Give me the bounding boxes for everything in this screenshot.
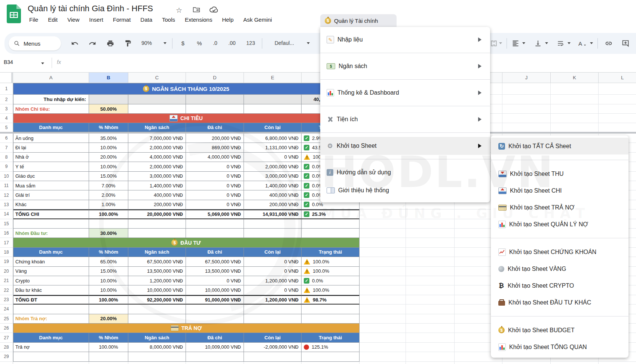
grid-cell-L5[interactable] (599, 123, 636, 132)
sheet-init-menu-item[interactable]: Khởi tạo Sheet ĐẦU TƯ KHÁC (491, 294, 629, 311)
grid-cell-G27[interactable] (360, 333, 406, 342)
document-title[interactable]: Quản lý tài chính Gia Đình - HFFS (28, 4, 153, 13)
grid-cell-H20[interactable] (406, 267, 455, 276)
row-header-8[interactable]: 8 (0, 153, 13, 162)
grid-cell-H23[interactable] (406, 295, 455, 305)
undo-button[interactable] (70, 39, 79, 48)
row-header-25[interactable]: 25 (0, 314, 13, 324)
row-header-26[interactable]: 26 (0, 324, 13, 333)
grid-cell-E23[interactable]: 1,200,000 VNĐ (244, 295, 302, 305)
grid-cell-E14[interactable]: 14,931,000 VNĐ (244, 209, 302, 219)
grid-cell-B30[interactable] (89, 362, 128, 364)
grid-cell-D19[interactable]: 67,500,000 VNĐ (186, 257, 244, 266)
text-wrap-caret-icon[interactable] (568, 42, 571, 44)
grid-cell-B28[interactable]: 100.00% (89, 343, 128, 352)
menus-search[interactable]: Menus (9, 36, 61, 51)
grid-cell-C6[interactable]: 7,000,000 VNĐ (128, 134, 186, 143)
grid-cell-D20[interactable]: 13,500,000 VNĐ (186, 267, 244, 276)
menubar-item[interactable]: Insert (89, 16, 103, 23)
grid-cell-E24[interactable] (244, 305, 302, 314)
grid-cell-C15[interactable] (128, 219, 186, 229)
grid-cell-B23[interactable]: 100.00% (89, 295, 128, 305)
grid-cell-A24[interactable] (13, 305, 89, 314)
grid-cell-E28[interactable]: -2,009,000 VNĐ (244, 343, 302, 352)
row-header-2[interactable]: 2 (0, 95, 13, 104)
grid-cell-A12[interactable]: Giải trí (13, 190, 89, 200)
grid-cell-F14[interactable]: ✓25.3% (302, 209, 360, 219)
grid-cell-D3[interactable] (186, 104, 244, 114)
grid-cell-B2[interactable] (89, 95, 128, 104)
row-header-30[interactable]: 30 (0, 362, 13, 364)
grid-cell-J30[interactable] (502, 362, 551, 364)
grid-cell-D21[interactable]: 0 VNĐ (186, 276, 244, 285)
grid-cell-F19[interactable]: !100.0% (302, 257, 360, 266)
text-rotation-caret-icon[interactable] (590, 42, 593, 44)
vertical-align-caret-icon[interactable] (545, 42, 548, 44)
vertical-align-button[interactable] (533, 39, 542, 48)
row-header-6[interactable]: 6 (0, 134, 13, 143)
grid-cell-H26[interactable] (406, 324, 455, 333)
grid-cell-A2[interactable]: Thu nhập dự kiến: (13, 95, 89, 104)
column-header-L[interactable]: L (599, 72, 636, 83)
grid-cell-C21[interactable]: 1,200,000 VNĐ (128, 276, 186, 285)
grid-cell-D8[interactable]: 4,000,000 VNĐ (186, 153, 244, 162)
row-header-29[interactable]: 29 (0, 352, 13, 361)
grid-cell-C5[interactable]: Ngân sách (128, 123, 186, 132)
grid-cell-D30[interactable] (186, 362, 244, 364)
grid-cell-L2[interactable] (599, 95, 636, 104)
grid-cell-G19[interactable] (360, 257, 406, 266)
grid-cell-H24[interactable] (406, 305, 455, 314)
grid-cell-G21[interactable] (360, 276, 406, 285)
row-header-9[interactable]: 9 (0, 162, 13, 171)
grid-cell-E5[interactable]: Còn lại (244, 123, 302, 132)
grid-cell-E7[interactable]: 1,131,000 VNĐ (244, 143, 302, 152)
name-box[interactable]: B34 (4, 59, 13, 65)
grid-cell-F24[interactable] (302, 305, 360, 314)
sheet-init-menu-item[interactable]: Khởi tạo Sheet CHỨNG KHOÁN (491, 244, 629, 260)
grid-cell-L3[interactable] (599, 104, 636, 114)
grid-cell-C28[interactable]: 8,000,000 VNĐ (128, 343, 186, 352)
grid-cell-C2[interactable] (128, 95, 186, 104)
grid-cell-D16[interactable] (186, 229, 244, 238)
grid-cell-G16[interactable] (360, 229, 406, 238)
print-button[interactable] (106, 39, 115, 48)
grid-cell-E25[interactable] (244, 314, 302, 324)
column-header-J[interactable]: J (502, 72, 551, 83)
row-header-15[interactable]: 15 (0, 219, 13, 229)
grid-cell-E9[interactable]: 2,000,000 VNĐ (244, 162, 302, 171)
grid-cell-B16[interactable]: 30.00% (89, 229, 128, 238)
grid-cell-A7[interactable]: Đi lại (13, 143, 89, 152)
text-rotation-button[interactable]: A (578, 39, 587, 48)
grid-cell-C3[interactable] (128, 104, 186, 114)
grid-cell-H27[interactable] (406, 333, 455, 342)
grid-cell-C11[interactable]: 1,400,000 VNĐ (128, 181, 186, 190)
grid-cell-E18[interactable]: Còn lại (244, 248, 302, 257)
grid-cell-A6[interactable]: Ăn uống (13, 134, 89, 143)
grid-cell-F15[interactable] (302, 219, 360, 229)
grid-cell-B27[interactable]: % Nhóm (89, 333, 128, 342)
grid-cell-B15[interactable] (89, 219, 128, 229)
grid-cell-J4[interactable] (502, 114, 551, 123)
grid-cell-B9[interactable]: 10.00% (89, 162, 128, 171)
grid-cell-B5[interactable]: % Nhóm (89, 123, 128, 132)
more-formats-button[interactable]: 123 (246, 40, 255, 46)
grid-cell-A19[interactable]: Chứng khoán (13, 257, 89, 266)
menubar-item[interactable]: Data (140, 16, 152, 23)
grid-cell-E13[interactable]: 200,000 VNĐ (244, 200, 302, 209)
grid-cell-C20[interactable]: 13,500,000 VNĐ (128, 267, 186, 276)
grid-cell-C13[interactable]: 200,000 VNĐ (128, 200, 186, 209)
grid-cell-E20[interactable]: 0 VNĐ (244, 267, 302, 276)
grid-cell-D24[interactable] (186, 305, 244, 314)
grid-cell-F27[interactable]: Trạng thái (302, 333, 360, 342)
move-folder-icon[interactable] (192, 6, 201, 13)
sheets-logo[interactable] (7, 4, 21, 23)
grid-cell-B14[interactable]: 100.00% (89, 209, 128, 219)
sheet-init-menu-item[interactable]: Khởi tạo Sheet CHI (491, 182, 629, 199)
increase-decimal-button[interactable]: .00 (228, 40, 235, 46)
sheet-init-menu-item[interactable]: ₿Khởi tạo Sheet CRYPTO (491, 277, 629, 294)
grid-cell-C8[interactable]: 4,000,000 VNĐ (128, 153, 186, 162)
grid-cell-B29[interactable] (89, 352, 128, 361)
grid-cell-L4[interactable] (599, 114, 636, 123)
grid-cell-F18[interactable]: Trạng thái (302, 248, 360, 257)
grid-cell-B13[interactable]: 1.00% (89, 200, 128, 209)
